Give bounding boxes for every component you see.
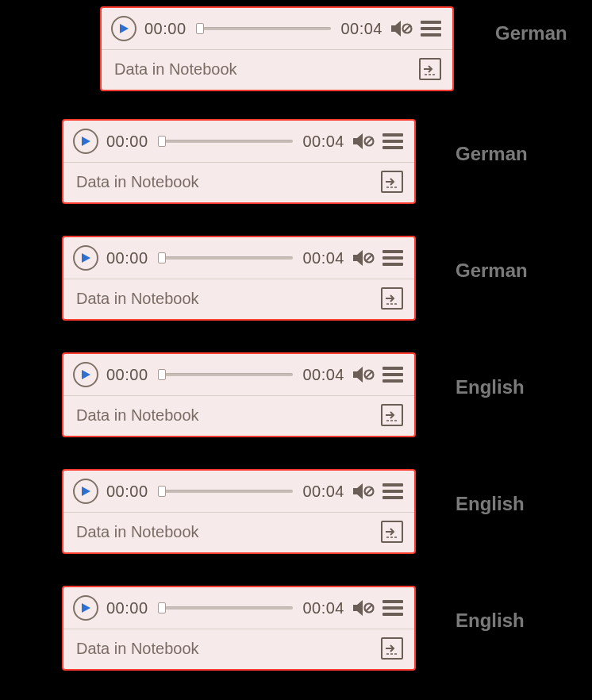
hamburger-icon — [382, 600, 403, 603]
duration-time: 00:04 — [302, 249, 344, 267]
seek-rail — [158, 606, 294, 610]
volume-muted-icon — [352, 249, 375, 267]
audio-controls: 00:00 00:04 — [63, 471, 414, 512]
export-button[interactable] — [381, 287, 403, 310]
options-menu-button[interactable] — [421, 19, 441, 38]
play-button[interactable] — [73, 245, 98, 271]
mute-button[interactable] — [352, 366, 375, 383]
options-menu-button[interactable] — [382, 132, 403, 151]
hamburger-icon — [421, 21, 441, 24]
mute-button[interactable] — [390, 20, 413, 37]
current-time: 00:00 — [106, 483, 148, 501]
export-icon — [422, 61, 438, 77]
seek-rail — [158, 373, 294, 376]
notebook-label: Data in Notebook — [114, 60, 237, 79]
svg-line-7 — [366, 255, 372, 261]
audio-card: 00:00 00:04 — [62, 586, 416, 671]
hamburger-icon — [382, 367, 403, 370]
duration-time: 00:04 — [302, 599, 344, 617]
card-footer: Data in Notebook — [63, 396, 414, 436]
seek-thumb[interactable] — [196, 23, 204, 34]
play-icon — [80, 136, 91, 147]
export-button[interactable] — [381, 171, 403, 193]
options-menu-button[interactable] — [382, 365, 403, 384]
seek-rail — [196, 27, 332, 30]
seek-thumb[interactable] — [158, 136, 166, 147]
seek-rail — [158, 140, 294, 143]
svg-line-4 — [366, 138, 372, 144]
svg-line-10 — [366, 371, 372, 378]
export-icon — [384, 290, 400, 306]
play-button[interactable] — [73, 129, 98, 154]
notebook-label: Data in Notebook — [76, 290, 199, 308]
audio-row: 00:00 00:04 — [0, 103, 592, 220]
export-button[interactable] — [381, 637, 403, 660]
seek-slider[interactable] — [158, 488, 294, 494]
card-footer: Data in Notebook — [63, 163, 414, 202]
svg-line-1 — [404, 25, 410, 32]
export-button[interactable] — [419, 58, 441, 80]
hamburger-icon — [382, 250, 403, 253]
volume-muted-icon — [352, 483, 375, 500]
card-footer: Data in Notebook — [102, 50, 452, 90]
language-label: German — [456, 143, 528, 165]
play-button[interactable] — [73, 479, 98, 504]
hamburger-icon — [382, 133, 403, 137]
mute-button[interactable] — [352, 249, 375, 267]
audio-card: 00:00 00:04 — [62, 119, 416, 204]
options-menu-button[interactable] — [382, 598, 403, 617]
volume-muted-icon — [352, 133, 375, 150]
audio-row: 00:00 00:04 — [0, 0, 592, 103]
seek-thumb[interactable] — [158, 602, 166, 613]
seek-slider[interactable] — [158, 138, 294, 144]
seek-slider[interactable] — [158, 605, 294, 611]
current-time: 00:00 — [106, 249, 148, 267]
export-icon — [384, 640, 400, 656]
current-time: 00:00 — [106, 366, 148, 384]
mute-button[interactable] — [352, 599, 375, 617]
mute-button[interactable] — [352, 133, 375, 150]
volume-muted-icon — [390, 20, 413, 37]
audio-row: 00:00 00:04 — [0, 570, 592, 687]
export-button[interactable] — [381, 521, 403, 543]
duration-time: 00:04 — [302, 366, 344, 384]
seek-slider[interactable] — [158, 255, 294, 261]
seek-thumb[interactable] — [158, 369, 166, 380]
seek-rail — [158, 490, 294, 493]
play-button[interactable] — [73, 595, 98, 621]
language-label: English — [456, 493, 525, 515]
language-label: German — [456, 260, 528, 282]
notebook-label: Data in Notebook — [76, 406, 199, 425]
mute-button[interactable] — [352, 483, 375, 500]
seek-thumb[interactable] — [158, 486, 166, 497]
seek-slider[interactable] — [158, 371, 294, 378]
options-menu-button[interactable] — [382, 482, 403, 501]
language-label: German — [495, 22, 567, 44]
current-time: 00:00 — [106, 599, 148, 617]
seek-thumb[interactable] — [158, 252, 166, 263]
audio-card: 00:00 00:04 — [62, 352, 416, 437]
card-footer: Data in Notebook — [63, 513, 414, 552]
export-icon — [384, 407, 400, 423]
notebook-label: Data in Notebook — [76, 640, 199, 658]
current-time: 00:00 — [106, 133, 148, 151]
audio-card: 00:00 00:04 — [100, 6, 454, 91]
options-menu-button[interactable] — [382, 248, 403, 267]
play-icon — [80, 486, 91, 497]
svg-line-16 — [366, 605, 372, 611]
play-button[interactable] — [111, 16, 136, 41]
audio-row: 00:00 00:04 — [0, 220, 592, 337]
duration-time: 00:04 — [340, 20, 382, 38]
card-footer: Data in Notebook — [63, 629, 414, 669]
play-button[interactable] — [73, 362, 98, 387]
svg-line-13 — [366, 488, 372, 494]
audio-controls: 00:00 00:04 — [63, 354, 414, 395]
export-icon — [384, 524, 400, 540]
export-icon — [384, 174, 400, 190]
play-icon — [118, 23, 129, 34]
seek-slider[interactable] — [196, 25, 332, 32]
export-button[interactable] — [381, 404, 403, 426]
play-icon — [80, 369, 91, 380]
language-label: English — [456, 610, 525, 632]
audio-controls: 00:00 00:04 — [102, 8, 452, 49]
